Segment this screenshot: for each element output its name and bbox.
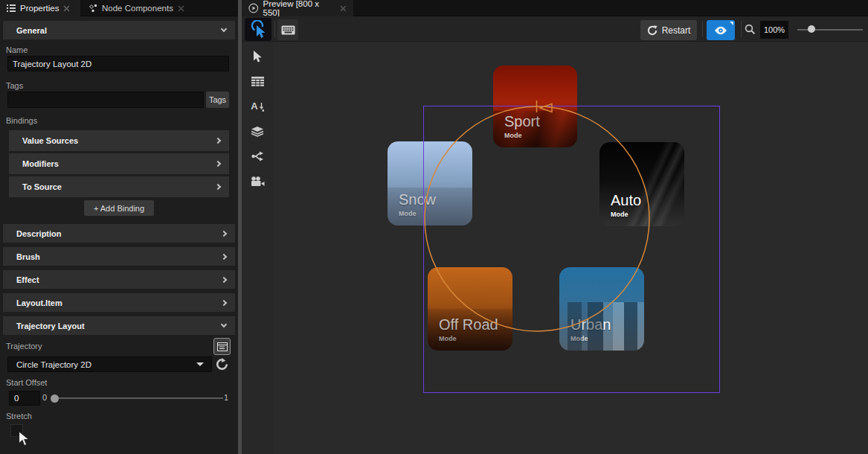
dropdown-corner-icon bbox=[730, 22, 733, 25]
zoom-value: 100% bbox=[764, 25, 785, 34]
mode-card-auto[interactable]: AutoMode bbox=[599, 142, 684, 226]
section-trajectory-layout[interactable]: Trajectory Layout bbox=[3, 316, 235, 335]
section-effect[interactable]: Effect bbox=[3, 270, 235, 289]
connections-tool-button[interactable] bbox=[248, 147, 266, 165]
camera-tool-button[interactable] bbox=[248, 173, 266, 191]
mode-card-urban[interactable]: UrbanMode bbox=[559, 267, 644, 351]
start-offset-slider-track[interactable] bbox=[54, 397, 223, 399]
connections-icon bbox=[251, 151, 264, 162]
restart-button[interactable]: Restart bbox=[640, 20, 697, 40]
keyboard-icon bbox=[281, 25, 295, 35]
binding-row-label: To Source bbox=[22, 182, 62, 191]
restart-icon bbox=[647, 25, 658, 36]
grid-icon bbox=[251, 77, 264, 86]
zoom-magnifier-icon bbox=[745, 24, 756, 38]
select-tool-button[interactable] bbox=[248, 48, 266, 65]
mode-card-offroad[interactable]: Off RoadMode bbox=[428, 267, 512, 351]
chevron-right-icon bbox=[221, 276, 227, 282]
tags-button[interactable]: Tags bbox=[206, 92, 229, 108]
mode-card-title: Urban bbox=[570, 317, 611, 332]
layers-icon bbox=[251, 126, 264, 137]
reset-icon bbox=[216, 358, 228, 371]
mode-card-sublabel: Mode bbox=[570, 335, 588, 342]
section-label: Brush bbox=[16, 252, 40, 261]
tab-preview-label: Preview [800 x 550] bbox=[263, 0, 336, 17]
trajectory-reset-button[interactable] bbox=[214, 357, 230, 372]
properties-list-icon bbox=[7, 4, 16, 12]
mode-card-snow[interactable]: SnowMode bbox=[388, 141, 472, 226]
section-layout-item[interactable]: Layout.Item bbox=[3, 293, 235, 312]
grid-tool-button[interactable] bbox=[248, 72, 266, 90]
text-tool-button[interactable]: A bbox=[248, 97, 266, 115]
camera-icon bbox=[251, 176, 265, 187]
zoom-value-box[interactable]: 100% bbox=[760, 21, 788, 39]
section-general[interactable]: General bbox=[3, 21, 235, 39]
tab-preview[interactable]: Preview [800 x 550] bbox=[242, 0, 353, 16]
trajectory-dropdown-value: Circle Trajectory 2D bbox=[16, 360, 91, 369]
binding-row-label: Modifiers bbox=[22, 159, 59, 168]
left-tabbar: Properties Node Components bbox=[0, 0, 238, 16]
stretch-checkbox[interactable] bbox=[10, 424, 23, 437]
mode-card-sublabel: Mode bbox=[439, 335, 457, 342]
close-icon[interactable] bbox=[63, 5, 70, 12]
slider-min-label: 0 bbox=[42, 393, 47, 402]
chevron-right-icon bbox=[221, 299, 227, 305]
keyboard-tool-button[interactable] bbox=[277, 19, 298, 40]
zoom-slider-thumb[interactable] bbox=[808, 25, 815, 33]
start-offset-input[interactable] bbox=[9, 391, 40, 406]
name-input[interactable] bbox=[7, 56, 229, 71]
mode-card-title: Snow bbox=[399, 192, 436, 207]
bindings-label: Bindings bbox=[6, 116, 37, 125]
text-tool-arrow-icon bbox=[259, 103, 264, 112]
properties-panel: General Name Tags Tags Bindings Value So… bbox=[0, 16, 238, 454]
add-binding-button[interactable]: + Add Binding bbox=[84, 200, 154, 216]
section-general-label: General bbox=[16, 26, 47, 35]
start-offset-slider-thumb[interactable] bbox=[51, 394, 59, 403]
select-arrow-icon bbox=[252, 50, 263, 63]
mode-card-sport[interactable]: SportMode bbox=[493, 65, 577, 147]
chevron-right-icon bbox=[215, 138, 221, 144]
dropdown-caret-icon bbox=[196, 362, 204, 366]
tab-properties[interactable]: Properties bbox=[0, 0, 80, 16]
mode-card-title: Off Road bbox=[439, 317, 498, 332]
node-components-icon bbox=[89, 4, 97, 13]
toolbar-separator bbox=[741, 21, 742, 37]
binding-row-modifiers[interactable]: Modifiers bbox=[9, 153, 229, 174]
play-icon bbox=[248, 3, 259, 13]
preview-tabbar: Preview [800 x 550] bbox=[242, 0, 868, 16]
section-description[interactable]: Description bbox=[3, 224, 235, 243]
tags-label: Tags bbox=[6, 81, 23, 90]
chevron-right-icon bbox=[215, 161, 221, 167]
mode-card-sublabel: Mode bbox=[504, 132, 522, 139]
toolbar-separator bbox=[274, 21, 275, 37]
toolbar-separator bbox=[702, 21, 703, 37]
close-icon[interactable] bbox=[340, 5, 347, 12]
close-icon[interactable] bbox=[178, 5, 184, 12]
name-label: Name bbox=[6, 45, 28, 54]
tab-node-components[interactable]: Node Components bbox=[82, 0, 192, 16]
text-tool-icon: A bbox=[251, 101, 257, 111]
section-label: Trajectory Layout bbox=[16, 322, 85, 330]
trajectory-label: Trajectory bbox=[6, 342, 42, 351]
kanzi-studio-window: Properties Node Components General Name … bbox=[0, 0, 868, 454]
start-offset-label: Start Offset bbox=[6, 378, 47, 387]
eye-icon bbox=[714, 26, 727, 35]
binding-row-label: Value Sources bbox=[22, 136, 78, 145]
trajectory-editor-button[interactable] bbox=[213, 338, 231, 355]
interact-tool-button[interactable] bbox=[245, 18, 271, 41]
section-brush[interactable]: Brush bbox=[3, 247, 235, 266]
trajectory-dropdown[interactable]: Circle Trajectory 2D bbox=[7, 357, 212, 372]
analyze-eye-button[interactable] bbox=[707, 20, 735, 40]
tab-properties-label: Properties bbox=[20, 4, 59, 13]
open-editor-icon bbox=[217, 342, 228, 351]
mode-card-title: Sport bbox=[504, 114, 540, 129]
chevron-right-icon bbox=[221, 230, 227, 236]
binding-row-to-source[interactable]: To Source bbox=[9, 176, 229, 197]
layers-tool-button[interactable] bbox=[248, 122, 266, 140]
binding-row-value-sources[interactable]: Value Sources bbox=[9, 130, 229, 151]
tags-input[interactable] bbox=[7, 92, 204, 108]
mode-card-sublabel: Mode bbox=[399, 210, 417, 217]
mode-card-sublabel: Mode bbox=[611, 211, 629, 218]
section-label: Description bbox=[16, 229, 62, 238]
chevron-right-icon bbox=[221, 253, 227, 259]
